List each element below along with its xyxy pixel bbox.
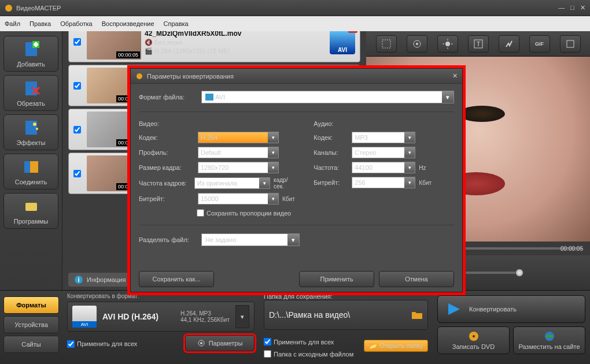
convert-format-panel: Конвертировать в формат: AVI HD (H.264) …: [62, 291, 259, 364]
dvd-icon: [468, 330, 480, 342]
text-button[interactable]: T: [468, 35, 489, 53]
file-checkbox[interactable]: [73, 38, 81, 46]
svg-rect-11: [25, 203, 37, 211]
crop-tool-button[interactable]: [376, 35, 397, 53]
gear-icon: [135, 72, 143, 80]
close-button[interactable]: ✕: [580, 4, 585, 12]
gif-button[interactable]: GIF: [529, 35, 550, 53]
tab-devices[interactable]: Устройства: [3, 316, 59, 333]
svg-text:T: T: [476, 40, 480, 47]
menubar: Файл Правка Обработка Воспроизведение Сп…: [0, 16, 590, 31]
video-codec-select[interactable]: H.264▾: [198, 132, 279, 143]
file-checkbox[interactable]: [73, 170, 81, 177]
gear-icon: [197, 339, 205, 347]
audio-bitrate-select[interactable]: 256▾: [352, 177, 415, 188]
file-name: 42_MDzIQmVIIdXR5X0tL.mov: [145, 31, 326, 38]
svg-point-17: [445, 42, 450, 46]
svg-rect-24: [567, 40, 574, 47]
minimize-button[interactable]: —: [558, 4, 565, 12]
src-folder-checkbox[interactable]: Папка с исходным файлом: [264, 350, 353, 358]
video-profile-select[interactable]: Default▾: [198, 147, 279, 158]
sidebar-programs[interactable]: Программы: [3, 193, 58, 229]
apply-all-checkbox[interactable]: Применить для всех: [67, 340, 137, 348]
file-item[interactable]: 00:00:05 42_MDzIQmVIIdXR5X0tL.mov 🔇 Без …: [68, 31, 360, 62]
info-icon: i: [74, 275, 83, 284]
preview-toolbar: T GIF: [366, 31, 590, 57]
menu-file[interactable]: Файл: [5, 20, 20, 27]
titlebar: ВидеоМАСТЕР — □ ✕: [0, 0, 590, 16]
bottom-panel: Форматы Устройства Сайты Конвертировать …: [0, 290, 590, 364]
sidebar-crop[interactable]: Обрезать: [3, 75, 58, 111]
info-bar[interactable]: i Информация: [68, 273, 131, 287]
split-file-select[interactable]: Не задано▾: [201, 233, 300, 246]
brightness-button[interactable]: [437, 35, 458, 53]
action-panel: Конвертировать Записать DVD Разместить н…: [433, 291, 590, 364]
params-button[interactable]: Параметры: [185, 335, 255, 351]
format-dropdown-button[interactable]: ▾: [235, 305, 249, 328]
save-folder-panel: Папка для сохранения: D:\...\Рамка на ви…: [259, 291, 433, 364]
svg-point-26: [200, 342, 202, 344]
menu-edit[interactable]: Правка: [30, 20, 51, 27]
svg-point-8: [36, 128, 38, 130]
dialog-titlebar: Параметры конвертирования ✕: [131, 69, 462, 84]
file-thumbnail: 00:00:05: [87, 31, 141, 60]
filter-button[interactable]: [407, 35, 427, 53]
upload-button[interactable]: Разместить на сайте: [513, 326, 585, 354]
menu-help[interactable]: Справка: [164, 20, 189, 27]
video-bitrate-select[interactable]: 15000▾: [198, 193, 279, 205]
save-apply-all-checkbox[interactable]: Применить для всех: [264, 338, 353, 346]
sidebar-add[interactable]: Добавить: [3, 36, 58, 72]
sidebar: Добавить Обрезать Эффекты Соединить Прог…: [0, 31, 62, 290]
keep-ratio-checkbox[interactable]: Сохранять пропорции видео: [197, 209, 296, 217]
save-as-button[interactable]: Сохранить как...: [139, 271, 214, 287]
svg-rect-14: [382, 40, 390, 48]
tab-sites[interactable]: Сайты: [3, 336, 59, 353]
svg-rect-32: [205, 94, 213, 101]
audio-codec-select[interactable]: MP3▾: [352, 132, 415, 143]
burn-dvd-button[interactable]: Записать DVD: [437, 326, 510, 354]
volume-slider[interactable]: [466, 272, 523, 274]
svg-point-7: [33, 122, 36, 126]
open-folder-button[interactable]: 📂 Открыть папку: [364, 340, 428, 352]
convert-icon: [446, 301, 462, 317]
video-size-select[interactable]: 1280x720▾: [198, 162, 279, 173]
avi-icon: [205, 94, 213, 101]
svg-rect-4: [34, 43, 38, 46]
format-icon: [72, 306, 97, 328]
convert-button[interactable]: Конвертировать: [437, 295, 585, 323]
file-format-select[interactable]: AVI ▾: [201, 91, 454, 103]
file-codec: 🎬 H.264 (1280x720) (15 МБ): [145, 47, 326, 55]
maximize-button[interactable]: □: [570, 4, 574, 12]
folder-icon[interactable]: [411, 310, 423, 320]
save-path-row[interactable]: D:\...\Рамка на видео\: [264, 300, 428, 330]
svg-point-29: [473, 335, 475, 337]
sidebar-join[interactable]: Соединить: [3, 154, 58, 190]
chevron-down-icon[interactable]: ▾: [442, 91, 453, 103]
menu-playback[interactable]: Воспроизведение: [102, 20, 154, 27]
file-checkbox[interactable]: [73, 82, 81, 90]
audio-channels-select[interactable]: Стерео▾: [352, 147, 415, 158]
menu-process[interactable]: Обработка: [60, 20, 92, 27]
video-fps-select[interactable]: Из оригинала▾: [194, 177, 270, 189]
svg-text:i: i: [78, 276, 79, 283]
file-checkbox[interactable]: [73, 126, 81, 133]
file-remove-button[interactable]: ✕: [348, 31, 357, 33]
cancel-button[interactable]: Отмена: [379, 271, 454, 287]
svg-point-0: [5, 5, 12, 12]
svg-rect-5: [25, 81, 37, 95]
format-selector[interactable]: AVI HD (H.264) H.264, MP3 44,1 KHz, 256К…: [67, 302, 255, 332]
audio-freq-select[interactable]: 44100▾: [352, 162, 415, 173]
tab-formats[interactable]: Форматы: [3, 296, 59, 314]
params-dialog: Параметры конвертирования ✕ Формат файла…: [130, 68, 463, 292]
file-audio: 🔇 Без звука: [145, 39, 326, 46]
file-format-badge: AVI: [330, 31, 355, 54]
format-tabs: Форматы Устройства Сайты: [0, 291, 62, 364]
speed-button[interactable]: [499, 35, 519, 53]
apply-button[interactable]: Применить: [299, 271, 374, 287]
dialog-close-button[interactable]: ✕: [452, 72, 458, 80]
svg-point-31: [137, 73, 142, 79]
window-title: ВидеоМАСТЕР: [16, 5, 61, 12]
fullscreen-button[interactable]: [560, 35, 581, 53]
app-icon: [5, 4, 13, 12]
sidebar-effects[interactable]: Эффекты: [3, 114, 58, 150]
